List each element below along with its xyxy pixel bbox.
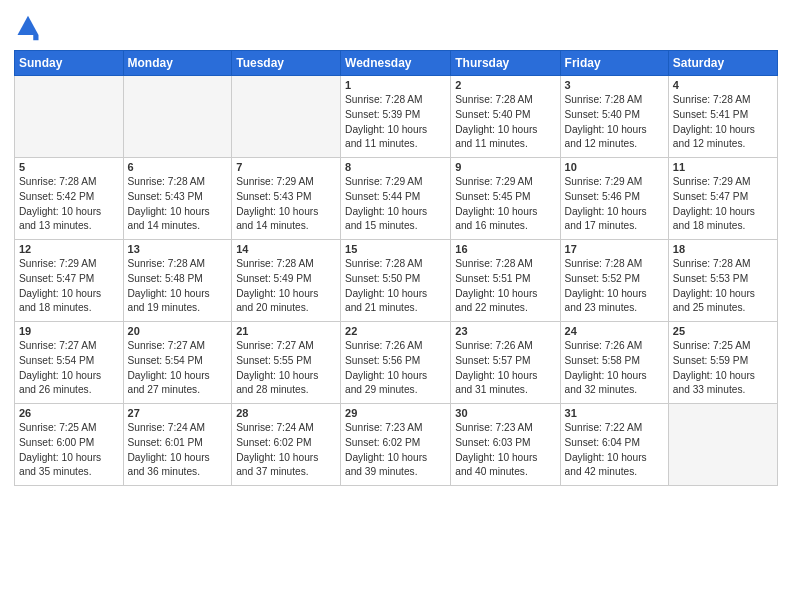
day-number: 25: [673, 325, 773, 337]
calendar-cell: 11Sunrise: 7:29 AMSunset: 5:47 PMDayligh…: [668, 158, 777, 240]
calendar-cell: 2Sunrise: 7:28 AMSunset: 5:40 PMDaylight…: [451, 76, 560, 158]
calendar-cell: 26Sunrise: 7:25 AMSunset: 6:00 PMDayligh…: [15, 404, 124, 486]
day-number: 1: [345, 79, 446, 91]
day-info: Sunrise: 7:28 AMSunset: 5:49 PMDaylight:…: [236, 257, 336, 316]
day-number: 9: [455, 161, 555, 173]
day-number: 4: [673, 79, 773, 91]
calendar-cell: [232, 76, 341, 158]
calendar-header-friday: Friday: [560, 51, 668, 76]
calendar-cell: 12Sunrise: 7:29 AMSunset: 5:47 PMDayligh…: [15, 240, 124, 322]
day-number: 29: [345, 407, 446, 419]
day-number: 10: [565, 161, 664, 173]
logo: [14, 14, 46, 42]
day-number: 31: [565, 407, 664, 419]
day-info: Sunrise: 7:29 AMSunset: 5:45 PMDaylight:…: [455, 175, 555, 234]
calendar-cell: 20Sunrise: 7:27 AMSunset: 5:54 PMDayligh…: [123, 322, 232, 404]
day-info: Sunrise: 7:28 AMSunset: 5:42 PMDaylight:…: [19, 175, 119, 234]
day-number: 3: [565, 79, 664, 91]
calendar-cell: 14Sunrise: 7:28 AMSunset: 5:49 PMDayligh…: [232, 240, 341, 322]
day-info: Sunrise: 7:28 AMSunset: 5:40 PMDaylight:…: [565, 93, 664, 152]
week-row-4: 19Sunrise: 7:27 AMSunset: 5:54 PMDayligh…: [15, 322, 778, 404]
calendar-header-sunday: Sunday: [15, 51, 124, 76]
day-number: 22: [345, 325, 446, 337]
day-info: Sunrise: 7:29 AMSunset: 5:46 PMDaylight:…: [565, 175, 664, 234]
calendar-cell: 31Sunrise: 7:22 AMSunset: 6:04 PMDayligh…: [560, 404, 668, 486]
calendar-cell: 22Sunrise: 7:26 AMSunset: 5:56 PMDayligh…: [341, 322, 451, 404]
day-number: 14: [236, 243, 336, 255]
calendar-cell: 23Sunrise: 7:26 AMSunset: 5:57 PMDayligh…: [451, 322, 560, 404]
day-number: 16: [455, 243, 555, 255]
page: SundayMondayTuesdayWednesdayThursdayFrid…: [0, 0, 792, 612]
day-number: 12: [19, 243, 119, 255]
calendar-header-monday: Monday: [123, 51, 232, 76]
calendar-cell: 27Sunrise: 7:24 AMSunset: 6:01 PMDayligh…: [123, 404, 232, 486]
calendar-header-wednesday: Wednesday: [341, 51, 451, 76]
svg-marker-0: [18, 16, 39, 35]
day-info: Sunrise: 7:24 AMSunset: 6:02 PMDaylight:…: [236, 421, 336, 480]
calendar-cell: 8Sunrise: 7:29 AMSunset: 5:44 PMDaylight…: [341, 158, 451, 240]
day-info: Sunrise: 7:28 AMSunset: 5:41 PMDaylight:…: [673, 93, 773, 152]
day-number: 20: [128, 325, 228, 337]
calendar-header-thursday: Thursday: [451, 51, 560, 76]
calendar-cell: 30Sunrise: 7:23 AMSunset: 6:03 PMDayligh…: [451, 404, 560, 486]
calendar-cell: 6Sunrise: 7:28 AMSunset: 5:43 PMDaylight…: [123, 158, 232, 240]
day-number: 8: [345, 161, 446, 173]
day-number: 21: [236, 325, 336, 337]
day-number: 5: [19, 161, 119, 173]
day-info: Sunrise: 7:28 AMSunset: 5:40 PMDaylight:…: [455, 93, 555, 152]
calendar-cell: 28Sunrise: 7:24 AMSunset: 6:02 PMDayligh…: [232, 404, 341, 486]
day-info: Sunrise: 7:29 AMSunset: 5:43 PMDaylight:…: [236, 175, 336, 234]
calendar-cell: 17Sunrise: 7:28 AMSunset: 5:52 PMDayligh…: [560, 240, 668, 322]
calendar-cell: 7Sunrise: 7:29 AMSunset: 5:43 PMDaylight…: [232, 158, 341, 240]
week-row-2: 5Sunrise: 7:28 AMSunset: 5:42 PMDaylight…: [15, 158, 778, 240]
day-info: Sunrise: 7:22 AMSunset: 6:04 PMDaylight:…: [565, 421, 664, 480]
day-info: Sunrise: 7:26 AMSunset: 5:58 PMDaylight:…: [565, 339, 664, 398]
calendar-cell: 19Sunrise: 7:27 AMSunset: 5:54 PMDayligh…: [15, 322, 124, 404]
day-number: 23: [455, 325, 555, 337]
calendar-cell: 24Sunrise: 7:26 AMSunset: 5:58 PMDayligh…: [560, 322, 668, 404]
day-info: Sunrise: 7:28 AMSunset: 5:50 PMDaylight:…: [345, 257, 446, 316]
day-info: Sunrise: 7:28 AMSunset: 5:43 PMDaylight:…: [128, 175, 228, 234]
day-info: Sunrise: 7:29 AMSunset: 5:47 PMDaylight:…: [673, 175, 773, 234]
calendar-cell: 16Sunrise: 7:28 AMSunset: 5:51 PMDayligh…: [451, 240, 560, 322]
calendar-cell: 15Sunrise: 7:28 AMSunset: 5:50 PMDayligh…: [341, 240, 451, 322]
day-info: Sunrise: 7:23 AMSunset: 6:03 PMDaylight:…: [455, 421, 555, 480]
day-info: Sunrise: 7:27 AMSunset: 5:54 PMDaylight:…: [19, 339, 119, 398]
calendar-cell: 3Sunrise: 7:28 AMSunset: 5:40 PMDaylight…: [560, 76, 668, 158]
day-number: 15: [345, 243, 446, 255]
day-number: 27: [128, 407, 228, 419]
day-info: Sunrise: 7:28 AMSunset: 5:51 PMDaylight:…: [455, 257, 555, 316]
calendar-cell: 10Sunrise: 7:29 AMSunset: 5:46 PMDayligh…: [560, 158, 668, 240]
day-number: 2: [455, 79, 555, 91]
week-row-3: 12Sunrise: 7:29 AMSunset: 5:47 PMDayligh…: [15, 240, 778, 322]
day-info: Sunrise: 7:26 AMSunset: 5:57 PMDaylight:…: [455, 339, 555, 398]
day-number: 13: [128, 243, 228, 255]
calendar-cell: 1Sunrise: 7:28 AMSunset: 5:39 PMDaylight…: [341, 76, 451, 158]
day-info: Sunrise: 7:28 AMSunset: 5:52 PMDaylight:…: [565, 257, 664, 316]
day-info: Sunrise: 7:28 AMSunset: 5:48 PMDaylight:…: [128, 257, 228, 316]
week-row-1: 1Sunrise: 7:28 AMSunset: 5:39 PMDaylight…: [15, 76, 778, 158]
day-number: 11: [673, 161, 773, 173]
calendar-header-saturday: Saturday: [668, 51, 777, 76]
day-number: 7: [236, 161, 336, 173]
calendar-cell: 4Sunrise: 7:28 AMSunset: 5:41 PMDaylight…: [668, 76, 777, 158]
logo-icon: [14, 14, 42, 42]
day-number: 6: [128, 161, 228, 173]
calendar-cell: 21Sunrise: 7:27 AMSunset: 5:55 PMDayligh…: [232, 322, 341, 404]
calendar-cell: 13Sunrise: 7:28 AMSunset: 5:48 PMDayligh…: [123, 240, 232, 322]
day-info: Sunrise: 7:29 AMSunset: 5:47 PMDaylight:…: [19, 257, 119, 316]
day-info: Sunrise: 7:25 AMSunset: 6:00 PMDaylight:…: [19, 421, 119, 480]
day-info: Sunrise: 7:28 AMSunset: 5:39 PMDaylight:…: [345, 93, 446, 152]
day-number: 30: [455, 407, 555, 419]
day-info: Sunrise: 7:29 AMSunset: 5:44 PMDaylight:…: [345, 175, 446, 234]
calendar-table: SundayMondayTuesdayWednesdayThursdayFrid…: [14, 50, 778, 486]
day-info: Sunrise: 7:28 AMSunset: 5:53 PMDaylight:…: [673, 257, 773, 316]
calendar-cell: [668, 404, 777, 486]
day-number: 28: [236, 407, 336, 419]
day-number: 18: [673, 243, 773, 255]
calendar-cell: 25Sunrise: 7:25 AMSunset: 5:59 PMDayligh…: [668, 322, 777, 404]
calendar-header-row: SundayMondayTuesdayWednesdayThursdayFrid…: [15, 51, 778, 76]
calendar-cell: 29Sunrise: 7:23 AMSunset: 6:02 PMDayligh…: [341, 404, 451, 486]
calendar-cell: [123, 76, 232, 158]
day-info: Sunrise: 7:25 AMSunset: 5:59 PMDaylight:…: [673, 339, 773, 398]
